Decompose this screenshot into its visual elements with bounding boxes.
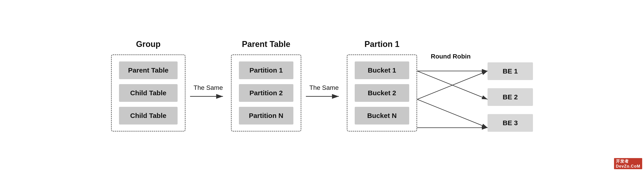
arrow1-label: The Same <box>194 84 223 91</box>
be-boxes: BE 1 BE 2 BE 3 <box>488 62 533 132</box>
partition-item-2: Partition N <box>239 107 294 125</box>
group-section: Group Parent Table Child Table Child Tab… <box>111 39 186 132</box>
partition1-title: Partion 1 <box>364 39 400 49</box>
arrow1-section: The Same <box>186 84 231 100</box>
be-item-1: BE 2 <box>488 88 533 106</box>
partition-item-0: Partition 1 <box>239 61 294 79</box>
be-item-2: BE 3 <box>488 114 533 132</box>
roundrobin-container: Round Robin <box>417 53 533 132</box>
watermark: 开发者DevZo.CoM <box>614 158 642 169</box>
arrow2-section: The Same <box>301 84 347 100</box>
group-dashed-box: Parent Table Child Table Child Table <box>111 54 186 132</box>
partition1-section: Partion 1 Bucket 1 Bucket 2 Bucket N <box>347 39 417 132</box>
group-item-0: Parent Table <box>119 61 178 79</box>
partition1-dashed-box: Bucket 1 Bucket 2 Bucket N <box>347 54 417 132</box>
arrow2-label: The Same <box>309 84 338 91</box>
parent-table-title: Parent Table <box>242 39 290 49</box>
arrow1-svg <box>190 92 226 100</box>
group-item-1: Child Table <box>119 84 178 102</box>
group-item-2: Child Table <box>119 107 178 125</box>
parent-table-section: Parent Table Partition 1 Partition 2 Par… <box>231 39 301 132</box>
group-title: Group <box>136 39 160 49</box>
partition-item-1: Partition 2 <box>239 84 294 102</box>
be-item-0: BE 1 <box>488 62 533 80</box>
diagram: Group Parent Table Child Table Child Tab… <box>111 39 533 132</box>
bucket-item-0: Bucket 1 <box>355 61 409 79</box>
roundrobin-label: Round Robin <box>431 53 533 60</box>
parent-table-dashed-box: Partition 1 Partition 2 Partition N <box>231 54 301 132</box>
crossing-arrows-svg <box>417 60 494 139</box>
bucket-item-2: Bucket N <box>355 107 409 125</box>
arrow2-svg <box>306 92 342 100</box>
svg-line-13 <box>417 99 488 128</box>
bucket-item-1: Bucket 2 <box>355 84 409 102</box>
